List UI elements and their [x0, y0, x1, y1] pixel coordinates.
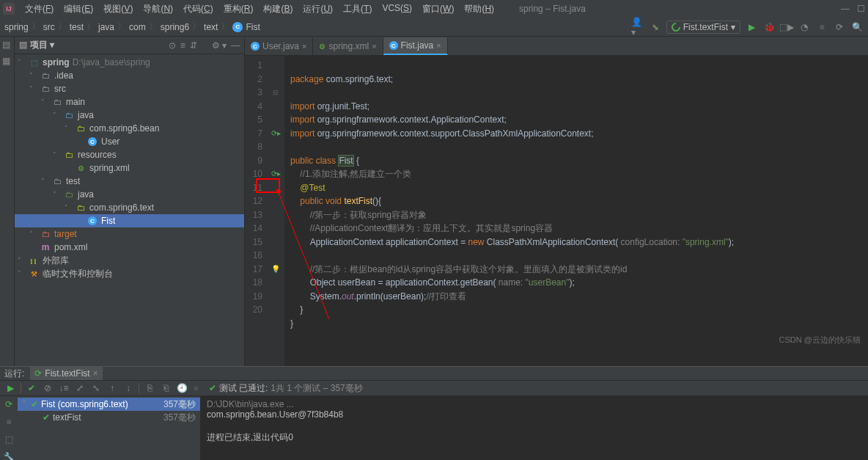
- breadcrumb-item[interactable]: spring6: [161, 22, 189, 32]
- breadcrumb-item[interactable]: text: [204, 22, 218, 32]
- fail-filter-icon[interactable]: ⊘: [40, 381, 55, 395]
- menu-item[interactable]: 导航(N): [139, 1, 177, 17]
- editor-tab[interactable]: CFist.java×: [383, 37, 448, 55]
- run-gutter-icon[interactable]: ⟳▸: [271, 127, 281, 141]
- breadcrumb-item[interactable]: com: [129, 22, 146, 32]
- menu-item[interactable]: 重构(R): [219, 1, 258, 17]
- run-config-icon: [669, 21, 682, 33]
- tree-item[interactable]: ˅test: [15, 175, 244, 188]
- breadcrumb-item[interactable]: java: [98, 22, 114, 32]
- console-exit: 进程已结束,退出代码0: [207, 431, 862, 444]
- tree-item[interactable]: ˅java: [15, 109, 244, 122]
- layout-gutter-icon[interactable]: ⬚: [5, 434, 13, 445]
- structure-tool-icon[interactable]: ▦: [2, 56, 12, 66]
- navigation-bar: spring〉src〉test〉java〉com〉spring6〉text〉C …: [0, 18, 868, 37]
- breadcrumb-item[interactable]: spring: [4, 22, 29, 32]
- breadcrumb-file[interactable]: Fist: [246, 22, 260, 32]
- tree-item[interactable]: ˅com.spring6.bean: [15, 122, 244, 135]
- tree-item[interactable]: ˅main: [15, 95, 244, 109]
- user-icon[interactable]: 👤▾: [631, 21, 644, 34]
- menu-item[interactable]: 代码(C): [179, 1, 218, 17]
- menu-item[interactable]: 编辑(E): [59, 1, 98, 17]
- stop-gutter-icon[interactable]: ■: [6, 417, 11, 427]
- code-editor[interactable]: package com.spring6.text; import org.jun…: [284, 56, 868, 366]
- history-icon[interactable]: 🕘: [174, 381, 189, 395]
- collapse-icon[interactable]: ⤡: [89, 381, 103, 395]
- line-number-gutter: 123457891011121314151617181920: [245, 56, 267, 366]
- run-config-combo[interactable]: Fist.textFist ▾: [666, 21, 740, 34]
- menu-item[interactable]: 帮助(H): [460, 1, 499, 17]
- hide-panel-icon[interactable]: —: [231, 40, 240, 51]
- test-tree-item[interactable]: ˅✔Fist (com.spring6.text)357毫秒: [18, 398, 200, 411]
- tree-item[interactable]: ˃.idea: [15, 69, 244, 82]
- search-everywhere-icon[interactable]: 🔍: [850, 21, 864, 34]
- run-gutter-icon[interactable]: ⟳▸: [271, 167, 281, 181]
- breadcrumb-item[interactable]: src: [43, 22, 55, 32]
- prev-icon[interactable]: ↑: [105, 381, 119, 395]
- tree-item[interactable]: ˅resources: [15, 148, 244, 161]
- minimize-icon[interactable]: —: [841, 4, 850, 14]
- profile-icon[interactable]: ◔: [798, 21, 811, 34]
- build-hammer-icon[interactable]: ⬊: [649, 21, 662, 34]
- collapse-all-icon[interactable]: ⇵: [190, 40, 197, 51]
- bulb-icon[interactable]: 💡: [271, 263, 280, 277]
- maximize-icon[interactable]: ☐: [857, 4, 865, 14]
- next-icon[interactable]: ↓: [121, 381, 136, 395]
- stop-icon[interactable]: ■: [815, 21, 828, 34]
- window-title: spring – Fist.java: [519, 4, 586, 14]
- menu-item[interactable]: VCS(S): [378, 1, 416, 17]
- expand-all-icon[interactable]: ≡: [180, 40, 185, 51]
- tree-item[interactable]: ˅springD:\java_base\spring: [15, 56, 244, 69]
- pass-filter-icon[interactable]: ✔: [24, 381, 39, 395]
- debug-icon[interactable]: 🐞: [762, 21, 776, 34]
- sort-icon[interactable]: ↓≡: [56, 381, 71, 395]
- coverage-icon[interactable]: ⬚▶: [780, 21, 793, 34]
- breadcrumb-item[interactable]: test: [70, 22, 84, 32]
- menu-item[interactable]: 文件(F): [21, 1, 58, 17]
- chevron-down-icon: ▾: [731, 22, 735, 32]
- panel-title: 项目: [30, 40, 48, 50]
- tree-item[interactable]: ˃外部库: [15, 254, 244, 267]
- import-icon[interactable]: ⎘: [142, 381, 157, 395]
- export-icon[interactable]: ⎗: [158, 381, 173, 395]
- run-icon[interactable]: ▶: [745, 21, 758, 34]
- close-icon[interactable]: ×: [93, 368, 98, 379]
- menu-item[interactable]: 窗口(W): [418, 1, 458, 17]
- tree-item[interactable]: ˃临时文件和控制台: [15, 267, 244, 280]
- run-label: 运行:: [4, 368, 24, 380]
- select-target-icon[interactable]: ⊙: [169, 40, 176, 51]
- tree-item[interactable]: CUser: [15, 135, 244, 148]
- left-tool-stripe: ▤ ▦: [0, 37, 15, 366]
- menu-item[interactable]: 运行(U): [298, 1, 337, 17]
- run-tab[interactable]: ⟳ Fist.textFist ×: [30, 367, 102, 380]
- console-cmd: D:\JDK\bin\java.exe ...: [207, 399, 862, 409]
- editor-tab[interactable]: CUser.java×: [245, 37, 313, 55]
- rerun-gutter-icon[interactable]: ⟳: [5, 399, 12, 409]
- vcs-update-icon[interactable]: ⟳: [833, 21, 846, 34]
- close-icon[interactable]: ×: [436, 41, 441, 50]
- tree-item[interactable]: ˃target: [15, 227, 244, 241]
- close-icon[interactable]: ×: [372, 42, 376, 51]
- menu-item[interactable]: 构建(B): [259, 1, 297, 17]
- tree-item[interactable]: spring.xml: [15, 161, 244, 175]
- tree-item[interactable]: ˅com.spring6.text: [15, 201, 244, 214]
- gutter-icons: ⊟⟳▸⟳▸💡: [267, 56, 284, 366]
- tree-item[interactable]: pom.xml: [15, 241, 244, 254]
- project-tool-icon[interactable]: ▤: [2, 40, 12, 50]
- expand-icon[interactable]: ⤢: [73, 381, 87, 395]
- close-icon[interactable]: ×: [302, 42, 306, 51]
- wrench-gutter-icon[interactable]: 🔧: [4, 452, 15, 460]
- tree-item[interactable]: ˅src: [15, 82, 244, 95]
- test-tree-item[interactable]: ✔textFist357毫秒: [18, 411, 200, 424]
- app-logo: IJ: [3, 3, 15, 15]
- tree-item[interactable]: CFist: [15, 214, 244, 227]
- run-tab-label: Fist.textFist: [45, 368, 89, 379]
- class-icon: C: [232, 22, 243, 32]
- editor-tab[interactable]: spring.xml×: [313, 37, 383, 55]
- menu-item[interactable]: 视图(V): [99, 1, 137, 17]
- tree-item[interactable]: ˅java: [15, 188, 244, 201]
- menu-item[interactable]: 工具(T): [339, 1, 376, 17]
- settings-icon[interactable]: ⚙ ▾: [212, 40, 227, 51]
- console[interactable]: D:\JDK\bin\java.exe ... com.spring6.bean…: [201, 396, 868, 460]
- rerun-icon[interactable]: ▶: [3, 381, 18, 395]
